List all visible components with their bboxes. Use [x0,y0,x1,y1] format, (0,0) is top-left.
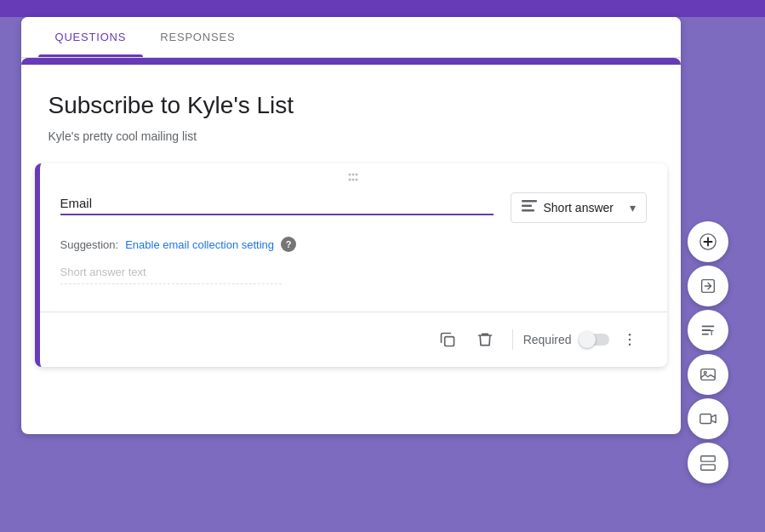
svg-point-4 [352,179,355,181]
add-title-button[interactable]: T [688,310,728,351]
top-bar [0,0,765,17]
question-card: Short answer ▾ Suggestion: Enable email … [35,163,667,367]
help-icon[interactable]: ? [281,237,296,252]
toggle-thumb [579,331,596,348]
copy-button[interactable] [431,323,465,357]
svg-rect-20 [700,465,715,470]
question-input-wrapper [60,192,494,215]
svg-point-5 [356,179,358,181]
question-footer: Required [40,323,667,367]
form-title: Subscribe to Kyle's List [49,92,654,119]
svg-point-1 [352,174,355,176]
import-questions-button[interactable] [688,266,728,306]
svg-point-17 [704,371,706,374]
form-description: Kyle's pretty cool mailing list [49,129,654,143]
question-input[interactable] [60,192,494,215]
svg-rect-7 [522,205,532,208]
answer-placeholder: Short answer text [60,266,282,284]
question-top-row: Short answer ▾ [60,192,647,223]
form-header: Subscribe to Kyle's List Kyle's pretty c… [21,58,681,163]
answer-type-label: Short answer [544,201,623,215]
footer-divider [512,329,513,350]
tabs-bar: QUESTIONS RESPONSES [21,17,681,58]
suggestion-prefix: Suggestion: [60,238,119,251]
svg-rect-9 [444,337,454,346]
svg-rect-18 [699,415,711,424]
svg-point-0 [349,174,351,176]
svg-point-2 [356,174,358,176]
required-label: Required [523,333,572,346]
svg-point-12 [628,344,631,346]
suggestion-row: Suggestion: Enable email collection sett… [60,237,647,252]
add-image-button[interactable] [688,354,728,395]
right-sidebar: T [688,221,728,483]
add-question-button[interactable] [688,221,728,262]
svg-rect-16 [700,369,715,380]
svg-point-11 [628,339,631,341]
delete-button[interactable] [468,323,502,357]
svg-text:T: T [709,329,713,337]
add-video-button[interactable] [688,398,728,439]
tab-questions[interactable]: QUESTIONS [38,17,144,57]
svg-point-10 [628,334,631,336]
answer-type-icon [522,200,537,215]
answer-type-dropdown[interactable]: Short answer ▾ [511,192,647,223]
drag-handle[interactable] [40,163,667,192]
form-container: QUESTIONS RESPONSES Subscribe to Kyle's … [21,17,681,434]
main-container: QUESTIONS RESPONSES Subscribe to Kyle's … [21,17,745,483]
svg-point-3 [349,179,351,181]
suggestion-link[interactable]: Enable email collection setting [125,238,274,251]
more-options-button[interactable] [613,323,647,357]
question-divider [40,312,667,312]
svg-rect-6 [522,200,537,203]
add-section-button[interactable] [688,443,728,483]
required-toggle[interactable] [579,331,609,348]
dropdown-arrow-icon: ▾ [630,201,636,215]
required-section: Required [523,331,609,348]
tab-responses[interactable]: RESPONSES [143,17,252,57]
svg-rect-19 [700,456,715,461]
svg-rect-8 [522,209,534,212]
question-body: Short answer ▾ Suggestion: Enable email … [40,192,667,298]
